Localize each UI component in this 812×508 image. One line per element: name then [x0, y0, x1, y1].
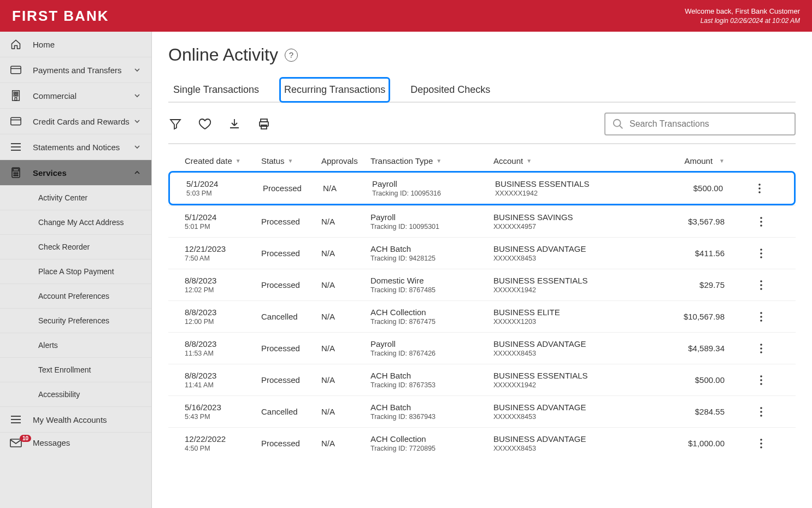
table-row[interactable]: 8/8/202312:00 PMCancelledN/AACH Collecti…	[168, 300, 796, 332]
table-row[interactable]: 8/8/202312:02 PMProcessedN/ADomestic Wir…	[168, 269, 796, 300]
table-row[interactable]: 12/22/20224:50 PMProcessedN/AACH Collect…	[168, 427, 796, 459]
sub-text-enrollment[interactable]: Text Enrollment	[0, 358, 151, 382]
cell-tracking-value: Tracking ID: 8767485	[370, 286, 493, 294]
row-actions-button[interactable]	[757, 341, 779, 356]
nav-credit-cards[interactable]: Credit Cards and Rewards	[0, 109, 151, 134]
nav-statements[interactable]: Statements and Notices	[0, 134, 151, 160]
nav-label: Home	[33, 40, 142, 49]
kebab-icon	[760, 216, 763, 227]
favorite-icon[interactable]	[198, 117, 212, 131]
cell-tracking-value: Tracking ID: 10095316	[372, 190, 495, 197]
cell-type-value: Domestic Wire	[370, 276, 493, 285]
col-status[interactable]: Status ▼	[261, 156, 321, 166]
cell-status: Processed	[261, 249, 321, 258]
search-input[interactable]	[629, 119, 788, 129]
sub-change-address[interactable]: Change My Acct Address	[0, 210, 151, 235]
welcome-text: Welcome back, First Bank Customer	[685, 7, 800, 16]
svg-rect-27	[261, 125, 267, 129]
tab-recurring[interactable]: Recurring Transactions	[279, 77, 390, 103]
sub-check-reorder[interactable]: Check Reorder	[0, 235, 151, 259]
cell-account-value: BUSINESS ELITE	[493, 308, 657, 317]
row-actions-button[interactable]	[757, 277, 779, 293]
search-icon	[612, 118, 624, 130]
cell-amount: $500.00	[659, 184, 756, 193]
col-date[interactable]: Created date ▼	[185, 156, 261, 166]
nav-wealth[interactable]: My Wealth Accounts	[0, 407, 151, 433]
main-content: Online Activity ? Single Transactions Re…	[152, 32, 812, 508]
table-row[interactable]: 8/8/202311:41 AMProcessedN/AACH BatchTra…	[168, 364, 796, 395]
table-row[interactable]: 5/1/20245:01 PMProcessedN/APayrollTracki…	[168, 205, 796, 237]
tab-single[interactable]: Single Transactions	[168, 77, 264, 103]
svg-point-18	[14, 175, 15, 176]
svg-point-19	[15, 175, 16, 176]
nav-label: Credit Cards and Rewards	[33, 117, 134, 126]
svg-point-41	[760, 288, 762, 290]
cell-account-value: BUSINESS ADVANTAGE	[493, 434, 657, 444]
svg-point-46	[760, 347, 762, 350]
cell-date-value: 8/8/2023	[185, 371, 261, 380]
nav-label: Commercial	[33, 91, 134, 101]
cell-account: BUSINESS SAVINGSXXXXXX4957	[493, 212, 657, 231]
last-login-text: Last login 02/26/2024 at 10:02 AM	[685, 16, 800, 26]
sub-alerts[interactable]: Alerts	[0, 333, 151, 358]
help-icon[interactable]: ?	[285, 49, 298, 62]
sub-activity-center[interactable]: Activity Center	[0, 186, 151, 210]
cell-time-value: 4:50 PM	[185, 445, 261, 452]
cell-type: ACH BatchTracking ID: 8767353	[370, 371, 493, 389]
row-actions-button[interactable]	[757, 246, 779, 261]
cell-amount: $411.56	[657, 249, 757, 258]
sort-caret-icon: ▼	[288, 158, 293, 164]
nav-payments[interactable]: Payments and Transfers	[0, 57, 151, 83]
cell-date: 8/8/202312:02 PM	[185, 276, 261, 294]
row-actions-button[interactable]	[757, 404, 779, 420]
table-row[interactable]: 12/21/20237:50 AMProcessedN/AACH BatchTr…	[168, 237, 796, 269]
svg-point-49	[760, 379, 762, 381]
table-row[interactable]: 5/1/20245:03 PMProcessedN/APayrollTracki…	[168, 171, 796, 205]
chevron-down-icon	[134, 118, 142, 125]
svg-point-55	[760, 442, 762, 445]
row-actions-button[interactable]	[757, 373, 779, 388]
cell-date: 5/1/20245:03 PM	[186, 179, 263, 197]
row-actions-button[interactable]	[757, 436, 779, 451]
kebab-icon	[758, 183, 761, 194]
tab-deposited[interactable]: Deposited Checks	[405, 77, 495, 103]
sort-caret-icon: ▼	[719, 158, 725, 164]
cell-type: ACH BatchTracking ID: 9428125	[370, 244, 493, 262]
print-icon[interactable]	[257, 117, 271, 131]
cell-amount: $10,567.98	[657, 312, 757, 321]
svg-point-17	[17, 173, 18, 174]
col-approvals[interactable]: Approvals	[321, 156, 370, 166]
table-row[interactable]: 8/8/202311:53 AMProcessedN/APayrollTrack…	[168, 332, 796, 364]
svg-point-47	[760, 351, 762, 353]
sub-accessibility[interactable]: Accessibility	[0, 382, 151, 407]
col-amount[interactable]: Amount ▼	[657, 156, 757, 166]
row-actions-button[interactable]	[756, 181, 778, 196]
sub-security-preferences[interactable]: Security Preferences	[0, 309, 151, 333]
nav-commercial[interactable]: Commercial	[0, 83, 151, 109]
filter-icon[interactable]	[168, 117, 183, 131]
cell-approvals: N/A	[321, 249, 370, 258]
row-actions-button[interactable]	[757, 309, 779, 324]
nav-services[interactable]: Services	[0, 160, 151, 186]
cell-account: BUSINESS ADVANTAGEXXXXXX8453	[493, 403, 657, 421]
cell-date: 5/1/20245:01 PM	[185, 212, 261, 231]
kebab-icon	[760, 280, 763, 291]
search-box[interactable]	[604, 113, 796, 135]
nav-messages[interactable]: 10 Messages	[0, 433, 151, 453]
row-actions-button[interactable]	[757, 214, 779, 229]
nav-home[interactable]: Home	[0, 32, 151, 57]
col-account[interactable]: Account ▼	[493, 156, 657, 166]
app: FIRST BANK Welcome back, First Bank Cust…	[0, 0, 812, 508]
kebab-icon	[760, 406, 763, 417]
cell-date: 8/8/202311:53 AM	[185, 339, 261, 357]
cell-time-value: 12:00 PM	[185, 318, 261, 326]
download-icon[interactable]	[227, 117, 242, 131]
sub-stop-payment[interactable]: Place A Stop Payment	[0, 259, 151, 284]
welcome-block: Welcome back, First Bank Customer Last l…	[685, 7, 800, 26]
cell-amount: $500.00	[657, 375, 757, 385]
col-type[interactable]: Transaction Type ▼	[370, 156, 493, 166]
cell-date-value: 12/22/2022	[185, 434, 261, 444]
table-row[interactable]: 5/16/20235:43 PMCancelledN/AACH BatchTra…	[168, 395, 796, 427]
cell-account-value: BUSINESS ESSENTIALS	[493, 371, 657, 380]
sub-account-preferences[interactable]: Account Preferences	[0, 284, 151, 309]
